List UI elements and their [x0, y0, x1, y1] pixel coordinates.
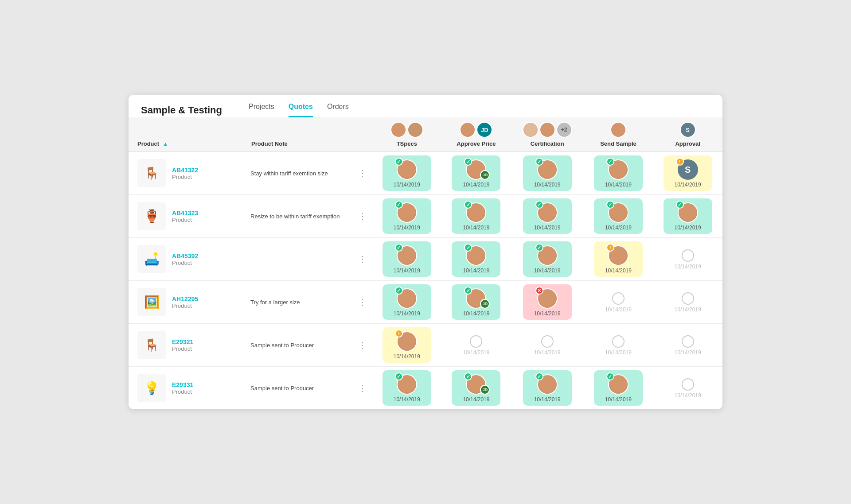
approve-avatar1 — [460, 122, 476, 138]
stage-cell[interactable]: !10/14/2019 — [372, 324, 441, 367]
stage-box-empty: 10/14/2019 — [594, 327, 643, 363]
row-menu-button[interactable]: ⋮ — [353, 238, 372, 281]
table-wrapper: Product ▲ Product Note — [129, 117, 722, 409]
stage-avatar-wrap: ✓ — [537, 245, 558, 266]
note-col-label: Product Note — [251, 140, 288, 147]
check-badge-icon: ✓ — [535, 201, 543, 209]
stage-cell[interactable]: 10/14/2019 — [441, 324, 511, 367]
stage-box-empty: 10/14/2019 — [664, 327, 712, 363]
product-cell: 🪑AB41322Product — [129, 152, 246, 194]
stage-cell[interactable]: ✓10/14/2019 — [511, 152, 584, 195]
cert-avatar-more: +2 — [556, 122, 572, 138]
sort-arrow-icon[interactable]: ▲ — [163, 141, 168, 147]
stage-cell[interactable]: ✓JD10/14/2019 — [441, 281, 511, 324]
product-cell: 🪑E29321Product — [129, 324, 246, 366]
stage-cell[interactable]: ✓10/14/2019 — [372, 367, 441, 410]
stage-cell[interactable]: 10/14/2019 — [653, 324, 722, 367]
product-id[interactable]: E29321 — [172, 338, 193, 345]
stage-cell[interactable]: ✓10/14/2019 — [584, 152, 653, 195]
row-menu-button[interactable]: ⋮ — [353, 281, 372, 324]
stage-box: ✓10/14/2019 — [664, 198, 712, 234]
stage-cell[interactable]: ✓10/14/2019 — [372, 152, 441, 195]
stage-box-empty: 10/14/2019 — [664, 241, 712, 277]
stage-cell[interactable]: ✓JD10/14/2019 — [441, 367, 511, 410]
row-menu-button[interactable]: ⋮ — [353, 152, 372, 195]
stage-cell[interactable]: ✓10/14/2019 — [441, 195, 511, 238]
send-avatar1 — [610, 122, 626, 138]
stage-cell[interactable]: ✓10/14/2019 — [584, 195, 653, 238]
stage-cell[interactable]: ✓10/14/2019 — [511, 367, 584, 410]
product-note-cell — [246, 238, 353, 281]
stage-cell[interactable]: !10/14/2019 — [584, 238, 653, 281]
empty-circle-icon — [612, 335, 625, 348]
table-row: 🖼️AH12295ProductTry for a larger size⋮✓1… — [129, 281, 722, 324]
stage-cell[interactable]: 10/14/2019 — [584, 324, 653, 367]
product-image: 🪑 — [137, 331, 166, 359]
product-cell-td: 🖼️AH12295Product — [129, 281, 246, 324]
stage-cell[interactable]: 10/14/2019 — [511, 324, 584, 367]
product-info: AB41323Product — [172, 209, 198, 223]
check-badge-icon: ✓ — [395, 372, 403, 380]
check-badge-icon: ✓ — [395, 287, 403, 295]
stage-cell[interactable]: 10/14/2019 — [584, 281, 653, 324]
stage-cell[interactable]: 10/14/2019 — [653, 367, 722, 410]
product-image: 🛋️ — [137, 245, 166, 273]
stage-cell[interactable]: ✓10/14/2019 — [441, 238, 511, 281]
stage-cell[interactable]: ✓10/14/2019 — [372, 238, 441, 281]
error-badge-icon: ✕ — [535, 287, 543, 295]
approve-avatar2: JD — [476, 122, 492, 138]
stage-box: ✓10/14/2019 — [452, 241, 500, 277]
check-badge-icon: ✓ — [606, 158, 614, 166]
row-menu-button[interactable]: ⋮ — [353, 324, 372, 367]
tab-quotes[interactable]: Quotes — [289, 103, 313, 117]
tab-projects[interactable]: Projects — [249, 103, 274, 117]
jd-badge-icon: JD — [480, 385, 490, 395]
stage-date: 10/14/2019 — [463, 268, 489, 274]
stage-box-empty: 10/14/2019 — [664, 284, 712, 320]
stage-cell[interactable]: ✓10/14/2019 — [511, 195, 584, 238]
table-row: 💡E29331ProductSample sent to Producer⋮✓1… — [129, 367, 722, 410]
product-id[interactable]: AB41323 — [172, 209, 198, 217]
product-id[interactable]: AB45392 — [172, 252, 198, 260]
stage-cell[interactable]: ✓10/14/2019 — [511, 238, 584, 281]
stage-cell[interactable]: ✓10/14/2019 — [584, 367, 653, 410]
check-badge-icon: ✓ — [535, 158, 543, 166]
stage-cell[interactable]: ✓JD10/14/2019 — [441, 152, 511, 195]
stage-cell[interactable]: ✓10/14/2019 — [653, 195, 722, 238]
stage-box: ✓10/14/2019 — [383, 241, 431, 277]
product-id[interactable]: AH12295 — [172, 295, 198, 302]
stage-date: 10/14/2019 — [394, 396, 420, 403]
stage-cell[interactable]: 10/14/2019 — [653, 281, 722, 324]
stage-avatar-wrap: ✓ — [397, 159, 417, 180]
stage-box: ✓10/14/2019 — [594, 370, 643, 406]
main-table: Product ▲ Product Note — [129, 117, 722, 409]
check-badge-icon: ✓ — [606, 372, 614, 380]
stage-cell[interactable]: S!10/14/2019 — [653, 152, 722, 195]
row-menu-button[interactable]: ⋮ — [353, 195, 372, 238]
stage-cell[interactable]: ✓10/14/2019 — [372, 195, 441, 238]
stage-cell[interactable]: ✓10/14/2019 — [372, 281, 441, 324]
stage-avatar-wrap: ✓ — [537, 159, 558, 180]
stage-avatar-wrap: ✓ — [466, 202, 486, 223]
stage-box: !10/14/2019 — [383, 327, 431, 363]
product-cell-td: 🏺AB41323Product — [129, 195, 246, 238]
tab-orders[interactable]: Orders — [327, 103, 349, 117]
stage-date: 10/14/2019 — [394, 310, 420, 317]
stage-cell[interactable]: ✕10/14/2019 — [511, 281, 584, 324]
product-info: AH12295Product — [172, 295, 198, 309]
product-id[interactable]: AB41322 — [172, 167, 198, 174]
tspecs-col-label: TSpecs — [377, 140, 436, 147]
stage-cell[interactable]: 10/14/2019 — [653, 238, 722, 281]
stage-avatar-wrap: ✓ — [608, 374, 628, 395]
row-menu-button[interactable]: ⋮ — [353, 367, 372, 410]
stage-box: ✓JD10/14/2019 — [452, 284, 500, 320]
th-tspecs: TSpecs — [372, 117, 441, 152]
stage-box-empty: 10/14/2019 — [594, 284, 643, 320]
stage-box: ✓10/14/2019 — [523, 370, 572, 406]
product-info: AB45392Product — [172, 252, 198, 266]
product-id[interactable]: E29331 — [172, 381, 193, 388]
product-note-cell: Try for a larger size — [246, 281, 353, 324]
product-type: Product — [172, 302, 198, 309]
stage-avatar-wrap: S! — [678, 159, 698, 180]
product-type: Product — [172, 388, 193, 395]
